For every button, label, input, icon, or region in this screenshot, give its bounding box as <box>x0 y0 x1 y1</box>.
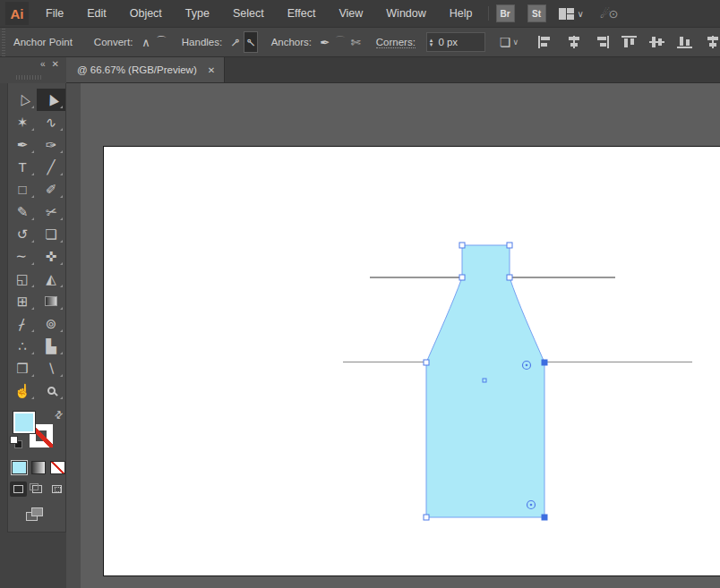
corners-input[interactable]: ▴ ▾ 0 px <box>426 32 485 52</box>
corners-link[interactable]: Corners: <box>376 37 416 48</box>
align-top-icon[interactable] <box>621 36 637 48</box>
anchors-label: Anchors: <box>271 37 312 47</box>
anchor-point-selected-1[interactable] <box>542 360 547 365</box>
align-hcenter-icon-partial[interactable] <box>705 36 720 48</box>
chevron-down-icon: ∨ <box>512 38 519 47</box>
collapse-panel-icon[interactable]: « <box>40 59 46 69</box>
tool-blend[interactable]: ⊚ <box>37 312 65 335</box>
anchor-point-1[interactable] <box>459 243 465 248</box>
connect-endpoints-button[interactable]: ⌒ <box>333 31 347 53</box>
align-bottom-icon[interactable] <box>677 36 692 48</box>
tool-perspective-grid[interactable]: ◭ <box>37 268 65 290</box>
tool-gradient[interactable] <box>37 290 65 312</box>
tool-puppet-warp[interactable]: ✜ <box>37 245 65 268</box>
menu-effect[interactable]: Effect <box>276 0 328 27</box>
control-bar-gripper[interactable] <box>0 28 6 56</box>
change-screen-mode-button[interactable] <box>26 507 44 522</box>
select-similar-icon: ❏ <box>500 35 511 49</box>
default-fill-stroke-icon[interactable] <box>10 436 22 448</box>
panel-gripper[interactable] <box>16 75 43 80</box>
swatch-area: ⇄ <box>8 407 65 457</box>
document-tab[interactable]: @ 66.67% (RGB/Preview) ✕ <box>66 57 225 82</box>
close-panel-icon[interactable]: ✕ <box>52 59 59 69</box>
tool-hand[interactable]: ☝ <box>8 379 37 402</box>
cut-path-button[interactable]: ✄ <box>349 31 363 53</box>
menu-type[interactable]: Type <box>174 0 221 27</box>
select-similar-button[interactable]: ❏ ∨ <box>500 35 519 49</box>
show-handles-button[interactable]: ⊸ <box>228 31 242 53</box>
tool-shape-builder[interactable]: ◱ <box>8 268 37 290</box>
gradient-button[interactable] <box>31 461 47 474</box>
tool-line-segment[interactable]: ╱ <box>37 156 65 178</box>
menu-object[interactable]: Object <box>118 0 174 27</box>
tool-selection[interactable]: ▷ <box>8 89 37 111</box>
tool-rotate[interactable]: ↺ <box>8 223 37 245</box>
convert-to-corner-button[interactable]: ∧ <box>139 31 152 53</box>
align-right-icon[interactable] <box>594 36 609 48</box>
gpu-performance-icon[interactable]: ☄⊙ <box>600 7 617 21</box>
tool-width[interactable]: ≀ <box>8 245 37 268</box>
tool-rectangle[interactable]: □ <box>8 178 37 200</box>
live-corner-dot-1[interactable] <box>526 364 528 367</box>
tab-close-icon[interactable]: ✕ <box>208 65 215 75</box>
menu-file[interactable]: File <box>34 0 75 27</box>
tool-curvature[interactable]: ✑ <box>37 133 65 156</box>
convert-to-smooth-button[interactable]: ⌒ <box>155 31 168 53</box>
live-corner-dot-2[interactable] <box>530 504 533 507</box>
menu-window[interactable]: Window <box>374 0 437 27</box>
align-hcenter-icon[interactable] <box>566 36 581 48</box>
canvas-pasteboard[interactable] <box>66 83 720 588</box>
menu-view[interactable]: View <box>327 0 374 27</box>
draw-normal-button[interactable] <box>10 481 27 497</box>
tool-column-graph[interactable]: ▙ <box>37 335 65 357</box>
corners-stepper[interactable]: ▴ ▾ <box>430 38 433 47</box>
tool-dock: « ✕ ▷▶✶∿✒✑T╱□✐✎✂↺❏≀✜◱◭⊞∤⊚∴▙❒∖☝ ⇄ <box>0 57 66 588</box>
stock-button[interactable]: St <box>527 4 546 22</box>
menu-select[interactable]: Select <box>221 0 276 27</box>
anchor-point-5[interactable] <box>424 360 429 365</box>
menu-help[interactable]: Help <box>438 0 484 27</box>
anchor-point-2[interactable] <box>507 243 512 248</box>
menu-items: FileEditObjectTypeSelectEffectViewWindow… <box>34 0 484 27</box>
tool-scissors[interactable]: ✂ <box>37 200 65 223</box>
tool-shaper[interactable]: ✎ <box>8 200 37 223</box>
bridge-button[interactable]: Br <box>496 4 515 22</box>
stepper-down-icon[interactable]: ▾ <box>430 42 433 47</box>
align-left-icon[interactable] <box>538 36 553 48</box>
tools-grid: ▷▶✶∿✒✑T╱□✐✎✂↺❏≀✜◱◭⊞∤⊚∴▙❒∖☝ <box>8 83 65 402</box>
tool-symbol-sprayer[interactable]: ∴ <box>8 335 37 357</box>
tool-direct-selection[interactable]: ▶ <box>37 89 65 111</box>
tool-zoom[interactable] <box>37 379 65 402</box>
draw-inside-button[interactable] <box>48 481 65 497</box>
tool-mesh[interactable]: ⊞ <box>8 290 37 312</box>
bottle-shape[interactable] <box>426 245 544 517</box>
tool-artboard[interactable]: ❒ <box>8 357 37 379</box>
draw-modes-row <box>10 481 65 497</box>
tool-slice[interactable]: ∖ <box>37 357 65 379</box>
swap-fill-stroke-icon[interactable]: ⇄ <box>52 408 66 422</box>
artwork-canvas[interactable] <box>66 83 720 588</box>
tool-type[interactable]: T <box>8 156 37 178</box>
anchor-point-selected-2[interactable] <box>542 515 547 520</box>
anchor-point-3[interactable] <box>459 275 465 280</box>
tool-magic-wand[interactable]: ✶ <box>8 111 37 133</box>
remove-anchor-button[interactable]: ✒ <box>318 31 331 53</box>
tool-eyedropper[interactable]: ∤ <box>8 312 37 335</box>
tool-lasso[interactable]: ∿ <box>37 111 65 133</box>
tool-scale[interactable]: ❏ <box>37 223 65 245</box>
workspace-chevron-icon[interactable]: ∨ <box>578 9 584 19</box>
anchor-point-4[interactable] <box>507 275 512 280</box>
none-button[interactable] <box>50 461 65 474</box>
draw-behind-button[interactable] <box>29 481 46 497</box>
align-vcenter-icon[interactable] <box>649 36 664 48</box>
hide-handles-button[interactable]: ⊸ <box>244 31 257 53</box>
document-column: @ 66.67% (RGB/Preview) ✕ <box>66 57 720 588</box>
anchor-point-6[interactable] <box>424 515 429 520</box>
menu-edit[interactable]: Edit <box>75 0 118 27</box>
tool-paintbrush[interactable]: ✐ <box>37 178 65 200</box>
document-tab-label: @ 66.67% (RGB/Preview) <box>77 64 197 75</box>
fill-swatch[interactable] <box>13 411 36 434</box>
color-button[interactable] <box>12 461 27 474</box>
tool-pen[interactable]: ✒ <box>8 133 37 156</box>
workspace-switcher-icon[interactable] <box>559 8 574 20</box>
